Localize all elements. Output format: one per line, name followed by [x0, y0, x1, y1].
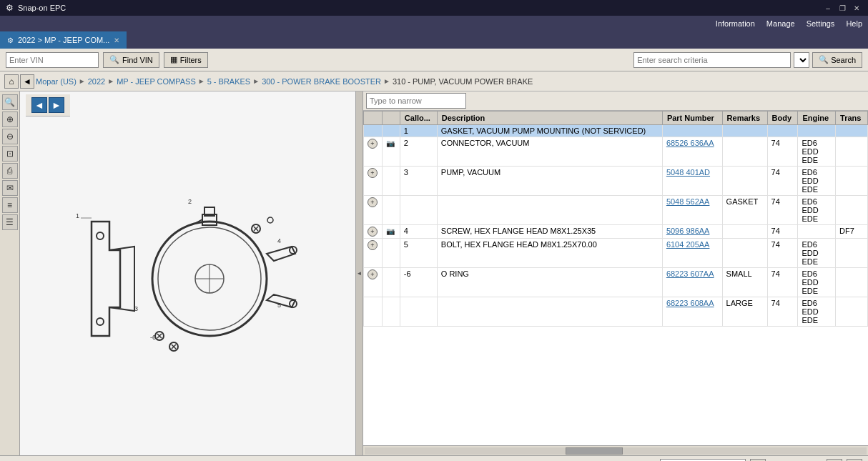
collapse-bar[interactable]: ◄ [355, 91, 363, 455]
tool-zoom-in[interactable]: 🔍 [2, 94, 18, 110]
part-number-cell[interactable]: 68526 636AA [662, 137, 722, 167]
row-circle-button[interactable]: + [368, 227, 378, 237]
toolbar: 🔍 Find VIN ▦ Filters 🔍 Search [0, 49, 868, 71]
table-row[interactable]: +5048 562AAGASKET74ED6 EDD EDE [364, 196, 868, 225]
part-number-cell[interactable]: 68223 608AA [662, 297, 722, 327]
search-input[interactable] [633, 52, 791, 68]
vin-input[interactable] [6, 52, 99, 68]
engine-cell: ED6 EDD EDE [798, 297, 836, 327]
breadcrumb-brakes[interactable]: 5 - BRAKES [207, 77, 251, 86]
row-circle-button[interactable]: + [368, 269, 378, 279]
part-number-cell[interactable]: 5048 401AD [662, 167, 722, 196]
minimize-button[interactable]: – [822, 2, 834, 14]
col-body: Body [767, 111, 798, 125]
diagram-prev-button[interactable]: ◄ [31, 97, 47, 113]
part-number-link[interactable]: 5096 986AA [666, 227, 710, 235]
search-dropdown[interactable] [794, 52, 809, 68]
export-button[interactable]: 💾 [827, 459, 842, 462]
tool-list2[interactable]: ☰ [2, 214, 18, 230]
table-row[interactable]: 68223 608AALARGE74ED6 EDD EDE [364, 297, 868, 327]
restore-button[interactable]: ❐ [837, 2, 848, 14]
body-cell: 74 [767, 239, 798, 268]
tool-fit[interactable]: ⊡ [2, 146, 18, 162]
col-circle [364, 111, 383, 125]
send-to-go-button[interactable]: ⚙ [750, 459, 766, 462]
tool-zoom-in-plus[interactable]: ⊕ [2, 111, 18, 127]
svg-text:4: 4 [277, 237, 281, 244]
callout-cell: 5 [400, 239, 437, 268]
tab-close-button[interactable]: ✕ [114, 36, 119, 44]
breadcrumb-booster[interactable]: 300 - POWER BRAKE BOOSTER [262, 77, 381, 86]
description-cell: GASKET, VACUUM PUMP MOUNTING (NOT SERVIC… [437, 125, 662, 137]
description-cell [437, 196, 662, 225]
home-button[interactable]: ⌂ [4, 74, 19, 89]
svg-text:-6: -6 [150, 334, 156, 341]
back-button[interactable]: ◄ [20, 74, 34, 89]
col-camera [383, 111, 400, 125]
window-controls[interactable]: – ❐ ✕ [822, 2, 862, 14]
table-row[interactable]: +-6O RING68223 607AASMALL74ED6 EDD EDE [364, 268, 868, 297]
engine-cell: ED6 EDD EDE [798, 268, 836, 297]
breadcrumb-model[interactable]: MP - JEEP COMPASS [117, 77, 196, 86]
description-cell: BOLT, HEX FLANGE HEAD M8X1.25X70.00 [437, 239, 662, 268]
col-description: Description [437, 111, 662, 125]
part-number-link[interactable]: 5048 401AD [666, 168, 710, 177]
tool-print[interactable]: ⎙ [2, 163, 18, 179]
part-number-cell[interactable]: 68223 607AA [662, 268, 722, 297]
row-circle-button[interactable]: + [368, 139, 378, 149]
print-button[interactable]: 🖨 [847, 459, 862, 462]
part-number-link[interactable]: 68526 636AA [666, 139, 714, 147]
search-button[interactable]: 🔍 Search [812, 52, 862, 68]
part-number-cell[interactable]: 6104 205AA [662, 239, 722, 268]
row-circle-button[interactable]: + [368, 240, 378, 250]
breadcrumb-year[interactable]: 2022 [88, 77, 105, 86]
filters-icon: ▦ [170, 55, 177, 64]
description-cell: PUMP, VACUUM [437, 167, 662, 196]
scroll-thumb[interactable] [566, 447, 623, 455]
camera-icon[interactable]: 📷 [386, 227, 395, 235]
collapse-icon: ◄ [357, 270, 363, 277]
row-circle-button[interactable]: + [368, 168, 378, 178]
tool-zoom-out[interactable]: ⊖ [2, 129, 18, 144]
find-vin-button[interactable]: 🔍 Find VIN [103, 52, 159, 68]
remarks-cell: LARGE [722, 297, 767, 327]
remarks-cell [722, 239, 767, 268]
close-button[interactable]: ✕ [851, 2, 862, 14]
svg-text:1: 1 [76, 212, 79, 219]
part-number-cell[interactable]: 5048 562AA [662, 196, 722, 225]
row-circle-button[interactable]: + [368, 197, 378, 207]
horizontal-scrollbar[interactable] [363, 445, 868, 455]
menu-manage[interactable]: Manage [766, 19, 795, 28]
part-number-cell[interactable]: 5096 986AA [662, 225, 722, 239]
menu-help[interactable]: Help [846, 19, 862, 28]
app-icon: ⚙ [6, 3, 14, 13]
engine-cell [798, 225, 836, 239]
part-number-link[interactable]: 68223 607AA [666, 269, 714, 278]
parts-table-scroll[interactable]: Callo... Description Part Number Remarks… [363, 111, 868, 445]
table-row[interactable]: +3PUMP, VACUUM5048 401AD74ED6 EDD EDE [364, 167, 868, 196]
filters-button[interactable]: ▦ Filters [164, 52, 208, 68]
menu-settings[interactable]: Settings [807, 19, 835, 28]
table-row[interactable]: 1GASKET, VACUUM PUMP MOUNTING (NOT SERVI… [364, 125, 868, 137]
remarks-cell [722, 225, 767, 239]
tab-main[interactable]: ⚙ 2022 > MP - JEEP COM... ✕ [0, 31, 127, 49]
table-row[interactable]: +5BOLT, HEX FLANGE HEAD M8X1.25X70.00610… [364, 239, 868, 268]
part-number-link[interactable]: 5048 562AA [666, 197, 710, 206]
table-row[interactable]: +📷2CONNECTOR, VACUUM68526 636AA74ED6 EDD… [364, 137, 868, 167]
table-row[interactable]: +📷4SCREW, HEX FLANGE HEAD M8X1.25X355096… [364, 225, 868, 239]
camera-icon[interactable]: 📷 [386, 139, 395, 147]
search-icon: 🔍 [819, 55, 829, 64]
breadcrumb-mopar[interactable]: Mopar (US) [36, 77, 77, 86]
col-callout: Callo... [400, 111, 437, 125]
part-number-link[interactable]: 68223 608AA [666, 299, 714, 307]
send-to-select[interactable] [660, 459, 746, 462]
narrow-filter-input[interactable] [366, 93, 466, 109]
menu-information[interactable]: Information [716, 19, 755, 28]
part-number-link[interactable]: 6104 205AA [666, 240, 710, 249]
tool-email[interactable]: ✉ [2, 180, 18, 196]
diagram-next-button[interactable]: ► [49, 97, 64, 113]
status-bar: Send To: ⚙ Total Items: 0 💾 🖨 [0, 455, 868, 461]
tool-list1[interactable]: ≡ [2, 197, 18, 213]
diagram-image: 1 3 2 4 5 -6 [20, 91, 363, 455]
filter-row [363, 91, 868, 111]
